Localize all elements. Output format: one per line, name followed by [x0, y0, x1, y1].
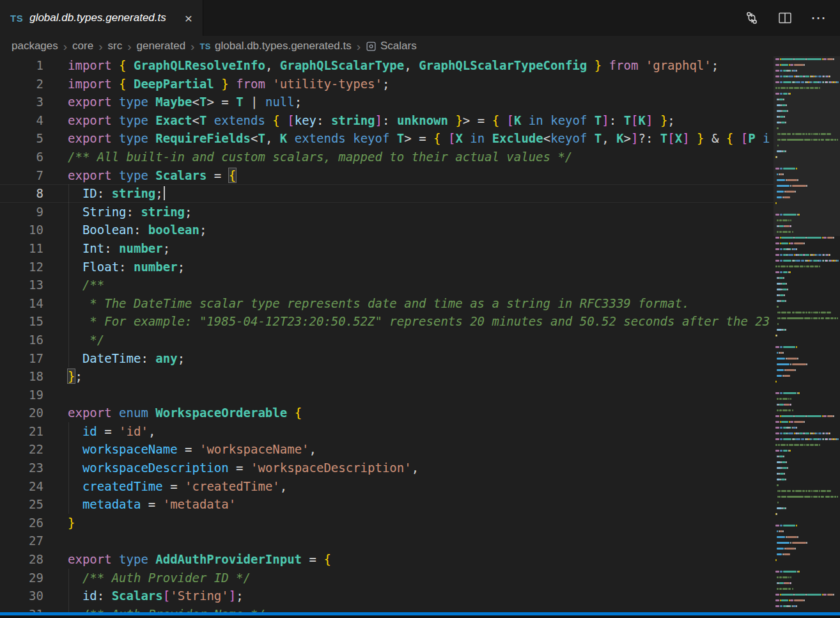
code-line[interactable]: 31 /** Auth Provider Name */ [0, 605, 774, 612]
code-line-content[interactable]: id = 'id', [43, 422, 155, 441]
code-editor[interactable]: 1import { GraphQLResolveInfo, GraphQLSca… [0, 56, 774, 612]
code-line-content[interactable]: createdTime = 'createdTime', [43, 477, 287, 496]
breadcrumb-item-src[interactable]: src [108, 40, 123, 52]
code-line-content[interactable]: /** All built-in and custom scalars, map… [43, 148, 572, 166]
code-line-content[interactable]: /** Auth Provider ID */ [43, 569, 251, 587]
line-number[interactable]: 7 [0, 166, 43, 185]
code-line[interactable]: 7export type Scalars = { [0, 166, 774, 185]
code-line[interactable]: 8 ID: string; [0, 184, 774, 203]
line-number[interactable]: 10 [0, 221, 43, 239]
code-line[interactable]: 5export type RequireFields<T, K extends … [0, 129, 774, 148]
line-number[interactable]: 18 [0, 367, 43, 386]
split-editor-icon[interactable] [777, 10, 793, 26]
code-line-content[interactable]: */ [43, 331, 104, 349]
code-line-content[interactable]: } [43, 514, 75, 532]
code-line[interactable]: 14 * The DateTime scalar type represents… [0, 294, 774, 313]
code-line-content[interactable]: /** [43, 276, 104, 294]
line-number[interactable]: 23 [0, 459, 43, 477]
breadcrumb-item-symbol-scalars[interactable]: Scalars [366, 40, 417, 52]
code-line-content[interactable] [43, 532, 68, 550]
line-number[interactable]: 6 [0, 148, 43, 166]
code-line[interactable]: 20export enum WorkspaceOrderable { [0, 404, 774, 422]
code-line[interactable]: 2import { DeepPartial } from 'utility-ty… [0, 75, 774, 93]
code-line-content[interactable]: workspaceName = 'workspaceName', [43, 440, 316, 459]
line-number[interactable]: 1 [0, 56, 43, 75]
line-number[interactable]: 16 [0, 331, 43, 349]
line-number[interactable]: 13 [0, 276, 43, 294]
minimap[interactable] [774, 56, 840, 612]
code-line-content[interactable]: Float: number; [43, 258, 185, 276]
line-number[interactable]: 3 [0, 93, 43, 111]
code-line[interactable]: 9 String: string; [0, 203, 774, 221]
line-number[interactable]: 29 [0, 569, 43, 587]
code-line-content[interactable]: export type AddAuthProviderInput = { [43, 550, 331, 569]
line-number[interactable]: 2 [0, 75, 43, 93]
code-line-content[interactable]: Int: number; [43, 239, 170, 258]
line-number[interactable]: 22 [0, 440, 43, 459]
code-line[interactable]: 27 [0, 532, 774, 550]
line-number[interactable]: 21 [0, 422, 43, 441]
line-number[interactable]: 15 [0, 312, 43, 331]
close-icon[interactable]: × [182, 10, 195, 26]
code-line-content[interactable]: * For example: "1985-04-12T23:20:50.52Z"… [43, 312, 770, 331]
code-line[interactable]: 10 Boolean: boolean; [0, 221, 774, 239]
code-line[interactable]: 1import { GraphQLResolveInfo, GraphQLSca… [0, 56, 774, 75]
code-line[interactable]: 22 workspaceName = 'workspaceName', [0, 440, 774, 459]
code-line[interactable]: 11 Int: number; [0, 239, 774, 258]
breadcrumb-item-generated[interactable]: generated [137, 40, 186, 52]
code-line[interactable]: 6/** All built-in and custom scalars, ma… [0, 148, 774, 166]
code-line-content[interactable]: String: string; [43, 203, 192, 221]
code-line-content[interactable]: /** Auth Provider Name */ [43, 605, 265, 612]
code-line-content[interactable]: * The DateTime scalar type represents da… [43, 294, 689, 313]
line-number[interactable]: 27 [0, 532, 43, 550]
breadcrumb-item-core[interactable]: core [72, 40, 93, 52]
line-number[interactable]: 5 [0, 129, 43, 148]
more-actions-icon[interactable]: ⋯ [811, 10, 826, 26]
code-line-content[interactable]: workspaceDescription = 'workspaceDescrip… [43, 459, 419, 477]
code-line[interactable]: 16 */ [0, 331, 774, 349]
code-line[interactable]: 13 /** [0, 276, 774, 294]
code-line[interactable]: 25 metadata = 'metadata' [0, 495, 774, 514]
code-line-content[interactable] [43, 386, 68, 404]
line-number[interactable]: 17 [0, 349, 43, 368]
code-line-content[interactable]: metadata = 'metadata' [43, 495, 236, 514]
line-number[interactable]: 19 [0, 386, 43, 404]
line-number[interactable]: 20 [0, 404, 43, 422]
line-number[interactable]: 26 [0, 514, 43, 532]
line-number[interactable]: 31 [0, 605, 43, 612]
line-number[interactable]: 12 [0, 258, 43, 276]
code-line[interactable]: 30 id: Scalars['String']; [0, 587, 774, 605]
code-line-content[interactable]: export type Exact<T extends { [key: stri… [43, 111, 675, 130]
code-line-content[interactable]: export type RequireFields<T, K extends k… [43, 129, 770, 148]
line-number[interactable]: 4 [0, 111, 43, 130]
line-number[interactable]: 8 [0, 184, 43, 203]
code-line-content[interactable]: export type Maybe<T> = T | null; [43, 93, 302, 111]
tab-global-db-types-generated[interactable]: TS global.db.types.generated.ts × [0, 0, 203, 36]
line-number[interactable]: 14 [0, 294, 43, 313]
code-line[interactable]: 28export type AddAuthProviderInput = { [0, 550, 774, 569]
code-line[interactable]: 23 workspaceDescription = 'workspaceDesc… [0, 459, 774, 477]
code-line[interactable]: 12 Float: number; [0, 258, 774, 276]
code-line[interactable]: 29 /** Auth Provider ID */ [0, 569, 774, 587]
code-line[interactable]: 26} [0, 514, 774, 532]
line-number[interactable]: 25 [0, 495, 43, 514]
code-line[interactable]: 24 createdTime = 'createdTime', [0, 477, 774, 496]
code-line-content[interactable]: import { GraphQLResolveInfo, GraphQLScal… [43, 56, 719, 75]
code-line[interactable]: 4export type Exact<T extends { [key: str… [0, 111, 774, 130]
code-line-content[interactable]: ID: string; [43, 184, 165, 203]
code-line[interactable]: 19 [0, 386, 774, 404]
line-number[interactable]: 28 [0, 550, 43, 569]
breadcrumb-item-packages[interactable]: packages [12, 40, 58, 52]
line-number[interactable]: 9 [0, 203, 43, 221]
code-line-content[interactable]: DateTime: any; [43, 349, 185, 368]
code-line[interactable]: 15 * For example: "1985-04-12T23:20:50.5… [0, 312, 774, 331]
code-line[interactable]: 18}; [0, 367, 774, 386]
code-line-content[interactable]: export enum WorkspaceOrderable { [43, 404, 302, 422]
breadcrumb-item-file[interactable]: TS global.db.types.generated.ts [199, 40, 351, 52]
code-line-content[interactable]: import { DeepPartial } from 'utility-typ… [43, 75, 389, 93]
code-line-content[interactable]: id: Scalars['String']; [43, 587, 244, 605]
line-number[interactable]: 11 [0, 239, 43, 258]
code-line[interactable]: 3export type Maybe<T> = T | null; [0, 93, 774, 111]
line-number[interactable]: 24 [0, 477, 43, 496]
line-number[interactable]: 30 [0, 587, 43, 605]
